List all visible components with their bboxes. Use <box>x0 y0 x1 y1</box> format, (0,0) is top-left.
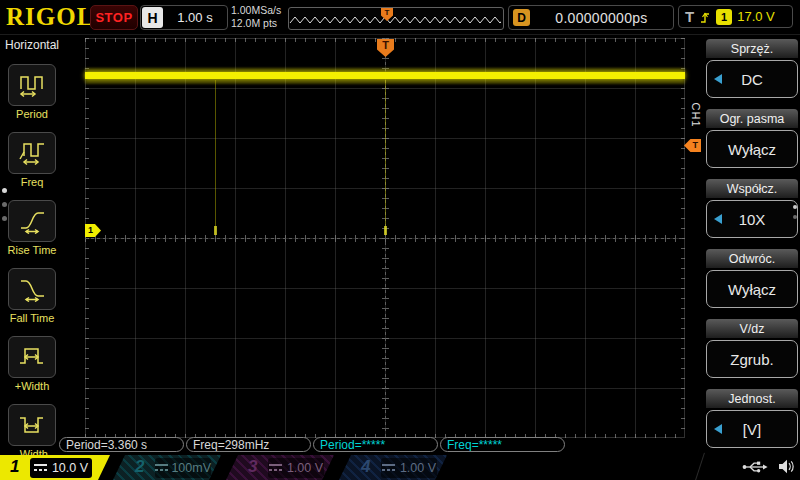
dc-coupling-icon <box>269 463 282 472</box>
measurement-period-ch2: Period=***** <box>313 437 438 452</box>
softkey-header: Sprzęż. <box>706 39 798 58</box>
measure-item-plus-width[interactable]: +Width <box>8 336 56 392</box>
channel-number: 2 <box>135 457 144 477</box>
dc-coupling-icon <box>155 463 166 472</box>
delay-d-badge: D <box>513 9 530 26</box>
right-menu-page-dot <box>793 215 797 219</box>
softkey-bandwidth-limit[interactable]: Ogr. pasma Wyłącz <box>706 109 798 168</box>
sample-rate: 1.00MSa/s <box>231 4 281 17</box>
ch1-trace-spike <box>215 80 216 235</box>
softkey-header: Ogr. pasma <box>706 109 798 128</box>
softkey-header: V/dz <box>706 319 798 338</box>
channel-3-status[interactable]: 3 1.00 V <box>226 455 334 480</box>
left-menu-scroll-dot <box>2 188 7 193</box>
measure-label: Fall Time <box>10 312 55 324</box>
run-state-indicator[interactable]: STOP <box>90 5 138 30</box>
softkey-value: Wyłącz <box>728 281 776 298</box>
measurement-readouts: Period=3.360 s Freq=298mHz Period=***** … <box>59 437 565 452</box>
timebase-value: 1.00 s <box>163 10 227 25</box>
rigol-logo: RIGOL <box>6 3 94 31</box>
trigger-position-marker[interactable]: T <box>377 39 394 57</box>
channel-scale: 1.00 V <box>287 461 323 475</box>
preview-waveform <box>289 8 501 27</box>
left-function-menu: Horizontal Period Freq Rise Time Fall Ti… <box>0 35 64 455</box>
usb-icon <box>742 460 769 474</box>
left-menu-scroll-dot <box>2 202 7 207</box>
left-menu-title: Horizontal <box>5 38 59 52</box>
trigger-t-label: T <box>685 8 694 25</box>
softkey-value: Zgrub. <box>730 351 773 368</box>
measure-item-freq[interactable]: Freq <box>8 132 56 188</box>
dc-coupling-icon <box>382 463 395 472</box>
measure-label: +Width <box>15 380 50 392</box>
softkey-unit[interactable]: Jednost. [V] <box>706 389 798 448</box>
trigger-source-badge: 1 <box>716 9 732 25</box>
softkey-coupling[interactable]: Sprzęż. DC <box>706 39 798 98</box>
delay-value: 0.00000000ps <box>530 10 673 26</box>
oscilloscope-screen: { "colors": { "ch1_yellow": "#f2ee00", "… <box>0 0 800 480</box>
period-icon <box>18 72 46 98</box>
right-menu-page-dot <box>793 205 797 209</box>
plus-width-icon <box>18 344 46 370</box>
softkey-value: 10X <box>739 211 766 228</box>
softkey-value: Wyłącz <box>728 141 776 158</box>
softkey-value: [V] <box>743 421 761 438</box>
acquisition-info: 1.00MSa/s 12.0M pts <box>231 4 281 30</box>
softkey-invert[interactable]: Odwróc. Wyłącz <box>706 249 798 308</box>
speaker-icon <box>778 459 795 474</box>
left-menu-scroll-dot <box>2 216 7 221</box>
delay-box[interactable]: D 0.00000000ps <box>508 5 674 30</box>
channel-number: 4 <box>361 457 370 477</box>
waveform-preview[interactable]: T <box>288 7 504 30</box>
left-arrow-icon <box>714 214 722 224</box>
channel-scale: 100mV <box>171 461 211 475</box>
channel-4-status[interactable]: 4 1.00 V <box>339 455 447 480</box>
measure-item-minus-width[interactable]: -Width <box>8 404 56 460</box>
measure-label: Rise Time <box>8 244 57 256</box>
channel-number: 3 <box>248 457 257 477</box>
status-separator <box>694 453 705 480</box>
horizontal-h-badge: H <box>142 7 163 28</box>
softkey-volts-per-div[interactable]: V/dz Zgrub. <box>706 319 798 378</box>
dc-coupling-icon <box>34 463 47 472</box>
measure-item-fall-time[interactable]: Fall Time <box>8 268 56 324</box>
channel-1-status[interactable]: 1 10.0 V <box>0 455 110 480</box>
channel-number: 1 <box>10 457 19 477</box>
ch1-trace-spike <box>385 80 386 235</box>
trigger-info-box[interactable]: T 1 17.0 V <box>678 5 793 28</box>
measurement-period-ch1: Period=3.360 s <box>59 437 184 452</box>
softkey-header: Odwróc. <box>706 249 798 268</box>
measurement-freq-ch1: Freq=298mHz <box>186 437 311 452</box>
minus-width-icon <box>18 412 46 438</box>
channel-scale: 1.00 V <box>400 461 436 475</box>
memory-depth: 12.0M pts <box>231 17 281 30</box>
ch1-trace <box>85 72 685 79</box>
rise-time-icon <box>18 208 46 234</box>
notification-icons <box>742 459 795 474</box>
menu-channel-tab: CH1 <box>687 87 703 143</box>
horizontal-timebase-box[interactable]: H 1.00 s <box>140 5 228 30</box>
channel-2-status[interactable]: 2 100mV <box>113 455 221 480</box>
measurement-freq-ch2: Freq=***** <box>440 437 565 452</box>
measure-item-rise-time[interactable]: Rise Time <box>8 200 57 256</box>
left-arrow-icon <box>714 424 722 434</box>
waveform-display-area[interactable]: T 1 <box>85 38 685 438</box>
top-status-bar: RIGOL STOP H 1.00 s 1.00MSa/s 12.0M pts … <box>0 0 800 35</box>
softkey-probe-ratio[interactable]: Współcz. 10X <box>706 179 798 238</box>
softkey-value: DC <box>741 71 763 88</box>
measure-label: Period <box>16 108 48 120</box>
left-arrow-icon <box>714 74 722 84</box>
channel-status-bar: 1 10.0 V 2 100mV 3 1.00 V 4 1.00 V <box>0 455 800 480</box>
softkey-header: Jednost. <box>706 389 798 408</box>
softkey-header: Współcz. <box>706 179 798 198</box>
edge-trigger-icon <box>699 9 711 25</box>
freq-icon <box>18 140 46 166</box>
channel-scale: 10.0 V <box>52 461 88 475</box>
fall-time-icon <box>18 276 46 302</box>
measure-item-period[interactable]: Period <box>8 64 56 120</box>
right-softkey-menu: CH1 Sprzęż. DC Ogr. pasma Wyłącz Współcz… <box>686 35 800 455</box>
trigger-level-value: 17.0 V <box>737 9 775 24</box>
measure-label: Freq <box>21 176 44 188</box>
